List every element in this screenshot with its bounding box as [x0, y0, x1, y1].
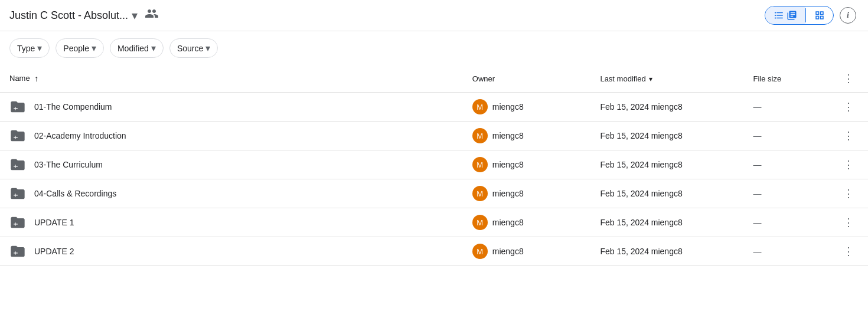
- owner-cell: M miengc8: [463, 150, 591, 179]
- header-left: Justin C Scott - Absolut... ▾: [9, 6, 159, 24]
- file-name[interactable]: UPDATE 1: [34, 218, 74, 227]
- filter-people-chevron-icon: ▾: [92, 42, 96, 54]
- avatar: M: [472, 128, 488, 143]
- file-table: Name ↑ Owner Last modified ▾ File size ⋮: [0, 65, 868, 266]
- header-right: i: [765, 6, 856, 25]
- owner-name: miengc8: [492, 218, 524, 227]
- owner-cell: M miengc8: [463, 208, 591, 237]
- avatar: M: [472, 157, 488, 172]
- info-button[interactable]: i: [840, 7, 856, 24]
- actions-cell: ⋮: [829, 150, 868, 179]
- name-cell: 02-Academy Introduction: [0, 122, 463, 150]
- column-header-filesize: File size: [744, 65, 829, 93]
- folder-icon: [9, 214, 26, 231]
- table-row: UPDATE 2 M miengc8 Feb 15, 2024 miengc8 …: [0, 237, 868, 266]
- list-view-button[interactable]: [765, 6, 805, 24]
- row-more-button[interactable]: ⋮: [838, 157, 859, 172]
- column-modified-label: Last modified: [600, 74, 645, 83]
- avatar: M: [472, 99, 488, 114]
- filter-source-label: Source: [177, 44, 203, 53]
- modified-cell: Feb 15, 2024 miengc8: [590, 237, 743, 266]
- row-more-button[interactable]: ⋮: [838, 244, 859, 259]
- folder-icon: [9, 156, 26, 173]
- sort-icon[interactable]: ↑: [34, 74, 38, 83]
- title-chevron-icon[interactable]: ▾: [132, 8, 138, 22]
- name-cell: 01-The Compendium: [0, 93, 463, 122]
- owner-name: miengc8: [492, 131, 524, 140]
- column-owner-label: Owner: [472, 74, 495, 83]
- modified-sort-arrow-icon: ▾: [649, 75, 652, 83]
- actions-cell: ⋮: [829, 122, 868, 150]
- file-name[interactable]: 04-Calls & Recordings: [34, 189, 116, 198]
- filesize-cell: —: [744, 208, 829, 237]
- filesize-cell: —: [744, 122, 829, 150]
- filter-source-chevron-icon: ▾: [205, 42, 210, 54]
- column-header-actions: ⋮: [829, 65, 868, 93]
- filter-type-button[interactable]: Type ▾: [9, 38, 50, 58]
- actions-cell: ⋮: [829, 237, 868, 266]
- table-header: Name ↑ Owner Last modified ▾ File size ⋮: [0, 65, 868, 93]
- column-header-name: Name ↑: [0, 65, 463, 93]
- filter-type-chevron-icon: ▾: [37, 42, 42, 54]
- header: Justin C Scott - Absolut... ▾: [0, 0, 868, 31]
- actions-cell: ⋮: [829, 93, 868, 122]
- row-more-button[interactable]: ⋮: [838, 215, 859, 230]
- table-row: 01-The Compendium M miengc8 Feb 15, 2024…: [0, 93, 868, 122]
- avatar: M: [472, 244, 488, 259]
- table-body: 01-The Compendium M miengc8 Feb 15, 2024…: [0, 93, 868, 266]
- modified-cell: Feb 15, 2024 miengc8: [590, 93, 743, 122]
- owner-name: miengc8: [492, 160, 524, 169]
- filter-modified-chevron-icon: ▾: [151, 42, 156, 54]
- folder-icon: [9, 243, 26, 260]
- modified-cell: Feb 15, 2024 miengc8: [590, 150, 743, 179]
- row-more-button[interactable]: ⋮: [838, 99, 859, 114]
- name-cell: 04-Calls & Recordings: [0, 179, 463, 208]
- owner-cell: M miengc8: [463, 237, 591, 266]
- filesize-cell: —: [744, 237, 829, 266]
- avatar: M: [472, 215, 488, 230]
- filesize-cell: —: [744, 93, 829, 122]
- filter-modified-label: Modified: [118, 44, 149, 53]
- table-row: 02-Academy Introduction M miengc8 Feb 15…: [0, 122, 868, 150]
- owner-name: miengc8: [492, 189, 524, 198]
- filter-bar: Type ▾ People ▾ Modified ▾ Source ▾: [0, 31, 868, 65]
- filter-source-button[interactable]: Source ▾: [169, 38, 218, 58]
- folder-icon: [9, 99, 26, 115]
- filesize-cell: —: [744, 179, 829, 208]
- table-more-button[interactable]: ⋮: [838, 71, 859, 86]
- column-header-owner: Owner: [463, 65, 591, 93]
- column-header-modified[interactable]: Last modified ▾: [590, 65, 743, 93]
- column-filesize-label: File size: [753, 74, 782, 83]
- modified-cell: Feb 15, 2024 miengc8: [590, 122, 743, 150]
- row-more-button[interactable]: ⋮: [838, 186, 859, 201]
- column-name-label: Name: [9, 74, 30, 83]
- filter-people-label: People: [63, 44, 89, 53]
- owner-name: miengc8: [492, 102, 524, 112]
- avatar: M: [472, 186, 488, 201]
- grid-view-button[interactable]: [806, 6, 833, 24]
- filesize-cell: —: [744, 150, 829, 179]
- owner-name: miengc8: [492, 247, 524, 256]
- file-name[interactable]: 03-The Curriculum: [34, 160, 103, 169]
- view-toggle: [765, 6, 834, 25]
- shared-people-icon: [145, 6, 159, 24]
- name-cell: UPDATE 2: [0, 237, 463, 266]
- page-title: Justin C Scott - Absolut...: [9, 9, 128, 22]
- modified-cell: Feb 15, 2024 miengc8: [590, 179, 743, 208]
- file-name[interactable]: 02-Academy Introduction: [34, 131, 126, 140]
- folder-icon: [9, 127, 26, 144]
- filter-modified-button[interactable]: Modified ▾: [110, 38, 164, 58]
- filter-people-button[interactable]: People ▾: [56, 38, 104, 58]
- modified-cell: Feb 15, 2024 miengc8: [590, 208, 743, 237]
- owner-cell: M miengc8: [463, 179, 591, 208]
- owner-cell: M miengc8: [463, 122, 591, 150]
- row-more-button[interactable]: ⋮: [838, 128, 859, 143]
- table-row: UPDATE 1 M miengc8 Feb 15, 2024 miengc8 …: [0, 208, 868, 237]
- filter-type-label: Type: [17, 44, 35, 53]
- actions-cell: ⋮: [829, 208, 868, 237]
- folder-icon: [9, 185, 26, 202]
- owner-cell: M miengc8: [463, 93, 591, 122]
- file-name[interactable]: UPDATE 2: [34, 247, 74, 256]
- actions-cell: ⋮: [829, 179, 868, 208]
- file-name[interactable]: 01-The Compendium: [34, 102, 112, 112]
